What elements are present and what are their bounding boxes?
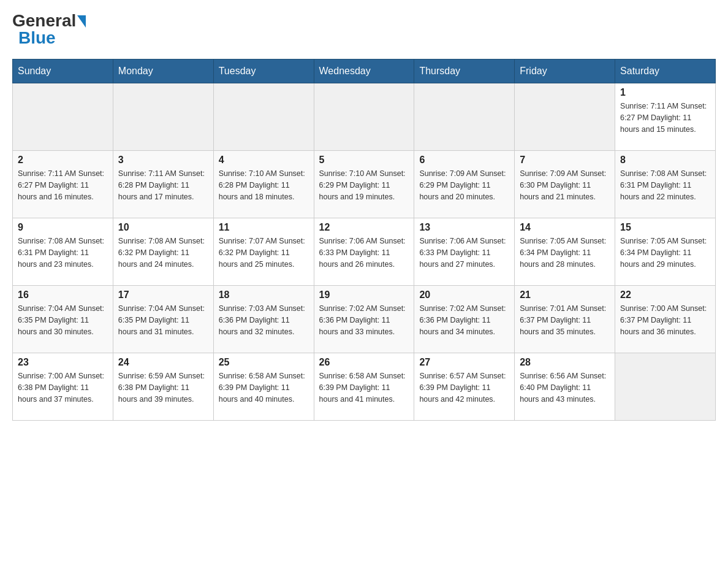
calendar-day-header: Monday (113, 59, 213, 83)
logo-general-text: General (12, 12, 76, 29)
calendar-cell: 22Sunrise: 7:00 AM Sunset: 6:37 PM Dayli… (615, 286, 716, 353)
day-number: 21 (520, 289, 610, 301)
day-info: Sunrise: 7:07 AM Sunset: 6:32 PM Dayligh… (219, 236, 309, 270)
day-info: Sunrise: 7:11 AM Sunset: 6:27 PM Dayligh… (18, 168, 108, 202)
day-number: 28 (520, 357, 610, 368)
day-info: Sunrise: 7:09 AM Sunset: 6:29 PM Dayligh… (419, 168, 509, 202)
day-info: Sunrise: 6:59 AM Sunset: 6:38 PM Dayligh… (118, 370, 208, 405)
day-info: Sunrise: 7:02 AM Sunset: 6:36 PM Dayligh… (319, 303, 409, 337)
calendar-week-row: 16Sunrise: 7:04 AM Sunset: 6:35 PM Dayli… (13, 286, 716, 353)
calendar-cell: 19Sunrise: 7:02 AM Sunset: 6:36 PM Dayli… (314, 286, 414, 353)
calendar-week-row: 23Sunrise: 7:00 AM Sunset: 6:38 PM Dayli… (13, 353, 716, 421)
day-info: Sunrise: 7:06 AM Sunset: 6:33 PM Dayligh… (419, 236, 509, 270)
calendar-cell: 9Sunrise: 7:08 AM Sunset: 6:31 PM Daylig… (13, 218, 113, 286)
calendar-cell: 8Sunrise: 7:08 AM Sunset: 6:31 PM Daylig… (615, 151, 716, 218)
calendar-cell: 10Sunrise: 7:08 AM Sunset: 6:32 PM Dayli… (113, 218, 213, 286)
day-info: Sunrise: 7:04 AM Sunset: 6:35 PM Dayligh… (118, 303, 208, 337)
day-number: 26 (319, 357, 409, 368)
calendar-cell: 27Sunrise: 6:57 AM Sunset: 6:39 PM Dayli… (414, 353, 515, 421)
calendar-day-header: Thursday (414, 59, 515, 83)
page-header: General Blue (12, 12, 716, 47)
day-number: 19 (319, 289, 409, 301)
logo: General Blue (12, 12, 86, 47)
calendar-cell (213, 83, 314, 151)
calendar-week-row: 9Sunrise: 7:08 AM Sunset: 6:31 PM Daylig… (13, 218, 716, 286)
day-number: 14 (520, 222, 610, 233)
day-number: 12 (319, 222, 409, 233)
day-number: 17 (118, 289, 208, 301)
calendar-cell: 6Sunrise: 7:09 AM Sunset: 6:29 PM Daylig… (414, 151, 515, 218)
calendar-cell (414, 83, 515, 151)
calendar-cell: 2Sunrise: 7:11 AM Sunset: 6:27 PM Daylig… (13, 151, 113, 218)
day-number: 6 (419, 155, 509, 166)
day-info: Sunrise: 7:00 AM Sunset: 6:37 PM Dayligh… (620, 303, 710, 337)
calendar-cell: 20Sunrise: 7:02 AM Sunset: 6:36 PM Dayli… (414, 286, 515, 353)
calendar-cell: 3Sunrise: 7:11 AM Sunset: 6:28 PM Daylig… (113, 151, 213, 218)
day-info: Sunrise: 7:05 AM Sunset: 6:34 PM Dayligh… (520, 236, 610, 270)
day-number: 2 (18, 155, 108, 166)
day-info: Sunrise: 7:08 AM Sunset: 6:32 PM Dayligh… (118, 236, 208, 270)
logo-triangle-icon (77, 15, 86, 28)
day-number: 22 (620, 289, 710, 301)
calendar-cell: 25Sunrise: 6:58 AM Sunset: 6:39 PM Dayli… (213, 353, 314, 421)
day-number: 1 (620, 87, 710, 98)
day-info: Sunrise: 6:56 AM Sunset: 6:40 PM Dayligh… (520, 370, 610, 405)
day-number: 3 (118, 155, 208, 166)
calendar-table: SundayMondayTuesdayWednesdayThursdayFrid… (12, 59, 716, 421)
calendar-cell: 1Sunrise: 7:11 AM Sunset: 6:27 PM Daylig… (615, 83, 716, 151)
day-info: Sunrise: 7:04 AM Sunset: 6:35 PM Dayligh… (18, 303, 108, 337)
calendar-day-header: Wednesday (314, 59, 414, 83)
day-info: Sunrise: 7:03 AM Sunset: 6:36 PM Dayligh… (219, 303, 309, 337)
calendar-cell: 28Sunrise: 6:56 AM Sunset: 6:40 PM Dayli… (515, 353, 615, 421)
calendar-cell: 11Sunrise: 7:07 AM Sunset: 6:32 PM Dayli… (213, 218, 314, 286)
calendar-header-row: SundayMondayTuesdayWednesdayThursdayFrid… (13, 59, 716, 83)
calendar-day-header: Friday (515, 59, 615, 83)
day-info: Sunrise: 7:06 AM Sunset: 6:33 PM Dayligh… (319, 236, 409, 270)
calendar-cell (314, 83, 414, 151)
day-info: Sunrise: 7:08 AM Sunset: 6:31 PM Dayligh… (18, 236, 108, 270)
calendar-cell: 16Sunrise: 7:04 AM Sunset: 6:35 PM Dayli… (13, 286, 113, 353)
calendar-cell (113, 83, 213, 151)
day-info: Sunrise: 7:01 AM Sunset: 6:37 PM Dayligh… (520, 303, 610, 337)
calendar-cell: 24Sunrise: 6:59 AM Sunset: 6:38 PM Dayli… (113, 353, 213, 421)
day-number: 16 (18, 289, 108, 301)
day-info: Sunrise: 6:58 AM Sunset: 6:39 PM Dayligh… (219, 370, 309, 405)
calendar-cell (615, 353, 716, 421)
calendar-cell: 21Sunrise: 7:01 AM Sunset: 6:37 PM Dayli… (515, 286, 615, 353)
calendar-cell: 17Sunrise: 7:04 AM Sunset: 6:35 PM Dayli… (113, 286, 213, 353)
day-number: 15 (620, 222, 710, 233)
day-info: Sunrise: 7:10 AM Sunset: 6:29 PM Dayligh… (319, 168, 409, 202)
day-info: Sunrise: 7:08 AM Sunset: 6:31 PM Dayligh… (620, 168, 710, 202)
calendar-cell (515, 83, 615, 151)
day-number: 23 (18, 357, 108, 368)
calendar-day-header: Sunday (13, 59, 113, 83)
day-info: Sunrise: 6:58 AM Sunset: 6:39 PM Dayligh… (319, 370, 409, 405)
day-info: Sunrise: 6:57 AM Sunset: 6:39 PM Dayligh… (419, 370, 509, 405)
day-number: 13 (419, 222, 509, 233)
calendar-cell: 12Sunrise: 7:06 AM Sunset: 6:33 PM Dayli… (314, 218, 414, 286)
calendar-week-row: 1Sunrise: 7:11 AM Sunset: 6:27 PM Daylig… (13, 83, 716, 151)
day-info: Sunrise: 7:11 AM Sunset: 6:28 PM Dayligh… (118, 168, 208, 202)
calendar-day-header: Tuesday (213, 59, 314, 83)
calendar-cell: 7Sunrise: 7:09 AM Sunset: 6:30 PM Daylig… (515, 151, 615, 218)
day-info: Sunrise: 7:09 AM Sunset: 6:30 PM Dayligh… (520, 168, 610, 202)
day-number: 10 (118, 222, 208, 233)
day-info: Sunrise: 7:11 AM Sunset: 6:27 PM Dayligh… (620, 101, 710, 135)
day-info: Sunrise: 7:10 AM Sunset: 6:28 PM Dayligh… (219, 168, 309, 202)
day-number: 18 (219, 289, 309, 301)
day-info: Sunrise: 7:00 AM Sunset: 6:38 PM Dayligh… (18, 370, 108, 405)
calendar-day-header: Saturday (615, 59, 716, 83)
day-number: 8 (620, 155, 710, 166)
calendar-cell: 15Sunrise: 7:05 AM Sunset: 6:34 PM Dayli… (615, 218, 716, 286)
day-number: 9 (18, 222, 108, 233)
calendar-cell: 18Sunrise: 7:03 AM Sunset: 6:36 PM Dayli… (213, 286, 314, 353)
calendar-cell: 14Sunrise: 7:05 AM Sunset: 6:34 PM Dayli… (515, 218, 615, 286)
day-number: 5 (319, 155, 409, 166)
day-number: 11 (219, 222, 309, 233)
calendar-cell: 4Sunrise: 7:10 AM Sunset: 6:28 PM Daylig… (213, 151, 314, 218)
calendar-cell: 23Sunrise: 7:00 AM Sunset: 6:38 PM Dayli… (13, 353, 113, 421)
day-info: Sunrise: 7:02 AM Sunset: 6:36 PM Dayligh… (419, 303, 509, 337)
day-number: 27 (419, 357, 509, 368)
calendar-week-row: 2Sunrise: 7:11 AM Sunset: 6:27 PM Daylig… (13, 151, 716, 218)
calendar-cell: 13Sunrise: 7:06 AM Sunset: 6:33 PM Dayli… (414, 218, 515, 286)
